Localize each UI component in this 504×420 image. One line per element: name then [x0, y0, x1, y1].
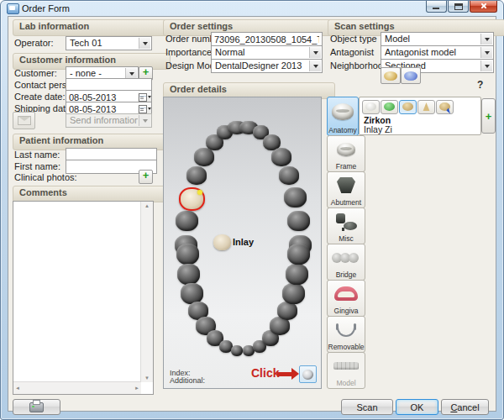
- sidebar-item-label: Gingiva: [334, 307, 359, 315]
- send-icon: [18, 116, 31, 125]
- object-type-select[interactable]: Model: [381, 32, 494, 46]
- chevron-down-icon: [309, 60, 321, 71]
- create-date-label: Create date:: [14, 92, 66, 102]
- horizontal-scrollbar[interactable]: ◄►: [13, 381, 141, 394]
- importance-select[interactable]: Normal: [211, 45, 323, 60]
- sidebar-item-frame[interactable]: Frame: [327, 135, 365, 172]
- sidebar-item-bridge[interactable]: Bridge: [327, 244, 365, 281]
- anatomy-icon: [332, 103, 354, 120]
- tooth[interactable]: [279, 166, 299, 185]
- tooth[interactable]: [287, 211, 310, 231]
- model-icon: [333, 362, 359, 370]
- click-annotation: Click: [251, 366, 279, 380]
- object-type-label: Object type: [330, 34, 377, 45]
- gingiva-icon: [334, 286, 358, 301]
- preview-inlay-label: Inlay: [233, 237, 254, 247]
- tooth[interactable]: [177, 264, 200, 285]
- add-clinical-photos-button[interactable]: +: [139, 170, 153, 184]
- waxup-icon[interactable]: [436, 100, 454, 114]
- bridge-icon: [333, 253, 359, 263]
- clinical-photos-label: Clinical photos:: [14, 172, 77, 183]
- tooth[interactable]: [186, 166, 207, 185]
- send-button: [13, 112, 35, 129]
- sidebar-item-anatomy[interactable]: Anatomy: [327, 97, 359, 136]
- scroll-left-icon[interactable]: ◄: [15, 386, 20, 391]
- sidebar-item-misc[interactable]: Misc: [327, 207, 365, 244]
- scroll-up-icon[interactable]: ▲: [144, 203, 150, 208]
- veneer-icon[interactable]: [417, 100, 435, 114]
- sidebar-item-abutment[interactable]: Abutment: [327, 171, 365, 208]
- last-name-label: Last name:: [14, 150, 60, 160]
- help-link[interactable]: ?: [477, 79, 483, 91]
- lab-information-header: Lab information: [13, 19, 171, 36]
- material-panel: Zirkon Inlay Zi: [359, 97, 481, 135]
- comments-textarea[interactable]: ▲▼ ◄►: [13, 201, 154, 395]
- first-name-label: First name:: [14, 161, 60, 172]
- printer-icon: [29, 402, 44, 412]
- scroll-right-icon[interactable]: ►: [134, 386, 139, 391]
- sidebar-item-removable[interactable]: Removable: [327, 316, 365, 353]
- chevron-down-icon: [139, 115, 150, 126]
- chevron-down-icon: [480, 34, 492, 45]
- material-type: Inlay Zi: [364, 124, 392, 134]
- chevron-down-icon: [480, 60, 492, 71]
- send-information-value: Send information: [70, 115, 138, 125]
- chevron-down-icon: [309, 47, 321, 58]
- design-module-value: DentalDesigner 2013: [215, 60, 308, 71]
- lower-jaw-icon: [404, 71, 417, 81]
- inlay-icon[interactable]: [399, 100, 417, 114]
- print-button[interactable]: [13, 399, 60, 415]
- tooth[interactable]: [194, 148, 214, 166]
- design-module-select[interactable]: DentalDesigner 2013: [211, 59, 323, 73]
- add-material-button[interactable]: +: [481, 98, 496, 134]
- sidebar-item-label: Model: [336, 379, 355, 387]
- plus-icon: +: [486, 110, 492, 123]
- arrow-icon: [446, 108, 452, 114]
- tooth[interactable]: [271, 148, 291, 166]
- operator-select[interactable]: Tech 01: [66, 36, 152, 50]
- tooth[interactable]: [287, 244, 310, 265]
- sidebar-item-gingiva[interactable]: Gingiva: [327, 280, 365, 317]
- tooth[interactable]: [286, 264, 308, 285]
- scroll-down-icon[interactable]: ▼: [144, 375, 150, 381]
- vertical-scrollbar[interactable]: ▲▼: [140, 202, 153, 382]
- tooth[interactable]: [277, 302, 297, 320]
- plus-icon: +: [143, 66, 150, 78]
- tooth[interactable]: [231, 345, 243, 356]
- order-number-input[interactable]: [211, 32, 323, 46]
- chevron-down-icon: [139, 38, 150, 49]
- calendar-icon: [139, 105, 147, 113]
- misc-icon: [335, 213, 357, 230]
- preview-inlay-tooth[interactable]: [213, 234, 231, 250]
- anatomical-crown-icon[interactable]: [381, 100, 398, 114]
- antagonist-select[interactable]: Antagonist model: [381, 45, 494, 60]
- ok-button[interactable]: OK: [396, 399, 438, 415]
- sidebar-item-model[interactable]: Model: [327, 352, 365, 389]
- cancel-button[interactable]: Cancel: [441, 399, 489, 415]
- antagonist-label: Antagonist: [330, 47, 374, 58]
- sidebar-item-label: Bridge: [336, 270, 357, 279]
- additional-scan-button[interactable]: [299, 365, 317, 383]
- crown-icon[interactable]: [362, 100, 380, 114]
- operator-value: Tech 01: [70, 38, 138, 48]
- tooth[interactable]: [176, 211, 198, 231]
- plus-icon: +: [143, 169, 150, 181]
- lower-jaw-button[interactable]: [401, 67, 421, 84]
- scan-object-icon: [302, 370, 313, 380]
- scan-button[interactable]: Scan: [341, 399, 393, 415]
- tooth[interactable]: [284, 187, 307, 207]
- upper-jaw-button[interactable]: [381, 67, 401, 84]
- tooth-chart[interactable]: Inlay Index: Additional: Click: [163, 97, 322, 389]
- sidebar-item-label: Abutment: [331, 198, 361, 207]
- tooth[interactable]: [176, 244, 199, 265]
- customer-label: Customer:: [14, 68, 57, 79]
- object-type-value: Model: [385, 34, 480, 44]
- comments-header: Comments: [13, 186, 171, 202]
- calendar-icon: [139, 93, 147, 102]
- operator-label: Operator:: [14, 38, 53, 49]
- send-information-select: Send information: [66, 113, 152, 128]
- selected-tooth[interactable]: [179, 187, 205, 211]
- tooth[interactable]: [282, 283, 305, 304]
- removable-icon: [335, 323, 357, 337]
- tooth[interactable]: [181, 283, 203, 304]
